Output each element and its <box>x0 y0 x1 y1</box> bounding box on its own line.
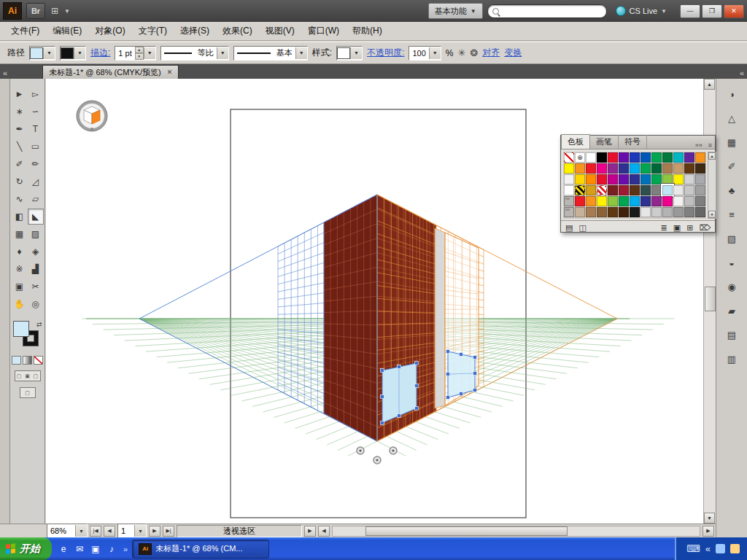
swatch[interactable] <box>608 207 618 217</box>
quick-launch-media-player[interactable]: ♪ <box>106 543 117 555</box>
drawing-mode-buttons[interactable]: ▢▣▢ <box>15 370 41 381</box>
pencil-tool[interactable]: ✏ <box>28 156 44 172</box>
cs-live-button[interactable]: CS Live ▼ <box>611 6 671 16</box>
swatch[interactable] <box>684 196 694 206</box>
swatch[interactable] <box>619 152 629 163</box>
gradient-mode-button[interactable] <box>23 356 32 365</box>
symbol-sprayer-tool[interactable]: ※ <box>12 261 28 277</box>
menu-view[interactable]: 视图(V) <box>259 23 301 39</box>
swatch[interactable] <box>586 152 596 163</box>
last-artboard-button[interactable]: ▶| <box>163 526 174 537</box>
status-proxy-button[interactable]: ▶ <box>304 526 316 537</box>
swatch[interactable] <box>597 196 607 206</box>
swatch[interactable] <box>651 152 662 163</box>
swatch[interactable] <box>662 174 673 184</box>
swatch[interactable] <box>684 152 694 163</box>
swatch[interactable] <box>662 196 673 206</box>
column-graph-tool[interactable]: ▟ <box>28 261 44 277</box>
swatch[interactable] <box>586 174 596 184</box>
search-input[interactable] <box>487 4 607 18</box>
mesh-tool[interactable]: ▦ <box>12 226 28 242</box>
dock-appearance-panel[interactable]: ◉ <box>721 277 742 296</box>
horizontal-scrollbar[interactable] <box>332 526 700 537</box>
arrange-documents-icon[interactable]: ⊞ <box>50 6 60 16</box>
delete-swatch[interactable]: ⌦ <box>699 223 711 233</box>
menu-effect[interactable]: 效果(C) <box>216 23 259 39</box>
stroke-weight-dropdown[interactable]: 1 pt ▲▼ ▼ <box>115 46 155 61</box>
menu-type[interactable]: 文字(T) <box>132 23 174 39</box>
dock-brushes-panel[interactable]: ✐ <box>721 157 742 176</box>
swatch[interactable] <box>673 196 684 206</box>
quick-launch-mail[interactable]: ✉ <box>74 543 85 555</box>
shape-builder-tool[interactable]: ◧ <box>12 209 28 225</box>
lasso-tool[interactable]: ∽ <box>28 104 44 120</box>
swatch[interactable] <box>640 196 651 206</box>
dock-stroke-panel[interactable]: ≡ <box>721 205 742 224</box>
swatch[interactable] <box>640 174 651 184</box>
swatch[interactable] <box>575 174 585 184</box>
dock-graphic-styles-panel[interactable]: ▰ <box>721 301 742 320</box>
recolor-artwork-icon[interactable]: ✳ <box>457 47 465 58</box>
gradient-tool[interactable]: ▨ <box>28 226 44 242</box>
color-mode-button[interactable] <box>12 356 21 365</box>
perspective-selection-tool[interactable]: ◣ <box>28 209 44 225</box>
swatch[interactable] <box>662 163 673 174</box>
panel-tab-brushes[interactable]: 画笔 <box>590 135 619 149</box>
swatch[interactable] <box>684 163 694 174</box>
swatch[interactable] <box>662 207 673 217</box>
swatch-libraries-menu[interactable]: ▤ <box>565 223 573 233</box>
artboard-number-dropdown[interactable]: 1 ▼ <box>117 524 147 538</box>
pen-tool[interactable]: ✒ <box>12 121 28 137</box>
swap-fill-stroke-icon[interactable]: ⇄ <box>36 321 42 328</box>
swatch[interactable] <box>564 163 574 174</box>
tray-icon-1[interactable] <box>716 544 725 553</box>
rotate-tool[interactable]: ↻ <box>12 174 28 190</box>
swatch[interactable] <box>619 185 629 195</box>
panel-scrollbar[interactable]: ▲ ▼ <box>708 152 716 219</box>
scroll-left-button[interactable]: ◀ <box>318 526 330 537</box>
swatch[interactable] <box>608 185 618 195</box>
swatch[interactable] <box>597 174 607 184</box>
swatch[interactable] <box>597 185 607 195</box>
swatch[interactable] <box>597 207 607 217</box>
menu-object[interactable]: 对象(O) <box>88 23 131 39</box>
swatch[interactable] <box>662 152 673 163</box>
swatch[interactable] <box>651 163 662 174</box>
swatch[interactable] <box>640 152 651 163</box>
swatch[interactable] <box>684 174 694 184</box>
width-tool[interactable]: ∿ <box>12 191 28 207</box>
new-swatch[interactable]: ⊞ <box>686 223 693 233</box>
fill-color-dropdown[interactable]: ▼ <box>29 46 55 61</box>
stroke-weight-spinner[interactable]: ▲▼ <box>135 47 144 60</box>
swatch[interactable] <box>608 163 618 174</box>
swatch[interactable] <box>684 185 694 195</box>
free-transform-tool[interactable]: ▱ <box>28 191 44 207</box>
quick-launch-overflow[interactable]: » <box>123 545 128 553</box>
swatch[interactable] <box>575 163 585 174</box>
style-dropdown[interactable]: ▼ <box>336 46 363 61</box>
swatch[interactable] <box>575 185 585 195</box>
swatch[interactable] <box>695 152 705 163</box>
panel-menu-icon[interactable]: ≡ <box>705 141 715 149</box>
opacity-link[interactable]: 不透明度: <box>367 47 404 59</box>
swatch[interactable] <box>630 207 640 217</box>
swatch[interactable] <box>597 152 607 163</box>
next-artboard-button[interactable]: ▶ <box>149 526 160 537</box>
swatch[interactable] <box>695 163 705 174</box>
swatch[interactable] <box>608 174 618 184</box>
swatch[interactable] <box>695 207 705 217</box>
panel-tab-symbols[interactable]: 符号 <box>619 135 647 149</box>
swatch[interactable] <box>695 196 705 206</box>
swatch[interactable] <box>575 196 585 206</box>
swatch[interactable] <box>630 163 640 174</box>
color-group-folder[interactable] <box>564 207 574 217</box>
swatch[interactable] <box>640 185 651 195</box>
color-group-folder[interactable] <box>564 196 574 206</box>
first-artboard-button[interactable]: |◀ <box>90 526 101 537</box>
swatch[interactable] <box>608 152 618 163</box>
menu-edit[interactable]: 编辑(E) <box>46 23 88 39</box>
swatch[interactable] <box>586 185 596 195</box>
close-button[interactable]: ✕ <box>724 4 744 18</box>
artboard-tool[interactable]: ▣ <box>12 279 28 295</box>
swatch[interactable] <box>630 152 640 163</box>
